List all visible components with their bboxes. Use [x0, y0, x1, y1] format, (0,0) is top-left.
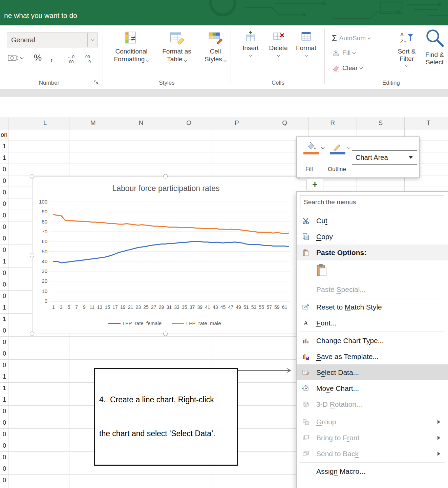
grid-cell[interactable] [21, 164, 69, 175]
autosum-button[interactable]: Σ AutoSum [332, 34, 370, 43]
fill-button[interactable]: Fill [332, 49, 355, 57]
selection-handle[interactable] [30, 174, 34, 178]
grid-cell[interactable]: 0 [0, 268, 8, 279]
grid-cell[interactable]: 1 [0, 383, 8, 394]
grid-cell[interactable] [8, 383, 21, 394]
grid-cell[interactable] [69, 348, 118, 359]
grid-cell[interactable] [21, 141, 69, 152]
menu-item-reset-to-match-style[interactable]: Reset to Match Style [297, 299, 448, 315]
menu-item-copy[interactable]: Copy [297, 229, 448, 245]
grid-cell[interactable] [8, 210, 21, 221]
grid-cell[interactable]: 1 [0, 371, 8, 382]
selection-handle[interactable] [30, 253, 34, 257]
grid-cell[interactable] [8, 452, 21, 463]
menu-item-move-chart[interactable]: Move Chart... [297, 380, 448, 396]
grid-cell[interactable] [117, 348, 165, 359]
grid-cell[interactable] [21, 440, 69, 451]
grid-cell[interactable] [117, 152, 165, 164]
grid-cell[interactable] [213, 141, 261, 152]
grid-cell[interactable] [8, 152, 21, 164]
format-cells-button[interactable]: Format [294, 30, 318, 56]
menu-item-cut[interactable]: Cut [297, 213, 448, 229]
column-header[interactable]: L [21, 117, 69, 129]
column-header[interactable]: S [357, 117, 405, 129]
accounting-format-button[interactable] [7, 53, 23, 63]
grid-cell[interactable]: 0 [0, 325, 8, 336]
menu-item-bring-to-front[interactable]: Bring to Front [297, 430, 448, 446]
conditional-formatting-button[interactable]: ≠ Conditional Formatting [108, 30, 155, 63]
menu-item-3-d-rotation[interactable]: 3-D Rotation... [297, 396, 448, 412]
number-format-combo[interactable]: General [7, 33, 98, 47]
delete-cells-button[interactable]: Delete [267, 30, 290, 56]
grid-cell[interactable] [21, 452, 69, 463]
grid-cell[interactable] [21, 129, 69, 141]
grid-cell[interactable] [165, 348, 213, 359]
grid-cell[interactable] [8, 245, 21, 256]
grid-cell[interactable] [8, 440, 21, 451]
paste-option-button[interactable] [297, 260, 448, 281]
chart-container[interactable]: Labour force participation rates01020304… [32, 176, 299, 334]
grid-cell[interactable] [69, 152, 118, 164]
number-dialog-launcher[interactable] [93, 80, 99, 85]
grid-cell[interactable] [8, 314, 21, 325]
grid-cell[interactable] [8, 198, 21, 210]
grid-cell[interactable] [8, 360, 21, 371]
column-header[interactable]: Q [261, 117, 309, 129]
grid-cell[interactable] [8, 348, 21, 359]
grid-cell[interactable] [8, 417, 21, 428]
grid-cell[interactable] [8, 164, 21, 175]
grid-cell[interactable] [8, 233, 21, 244]
column-header-partial[interactable] [0, 117, 8, 129]
grid-cell[interactable]: 0 [0, 198, 8, 210]
grid-cell[interactable] [69, 475, 118, 486]
grid-cell[interactable] [213, 348, 261, 359]
column-header[interactable]: O [165, 117, 213, 129]
menu-item-paste-options[interactable]: Paste Options: [297, 245, 448, 260]
grid-cell[interactable] [21, 152, 69, 164]
column-header[interactable]: M [69, 117, 118, 129]
grid-cell[interactable] [8, 268, 21, 279]
grid-cell[interactable]: 0 [0, 337, 8, 348]
grid-cell[interactable]: 1 [0, 314, 8, 325]
column-header-partial[interactable] [8, 117, 21, 129]
grid-cell[interactable] [8, 302, 21, 313]
grid-cell[interactable]: 0 [0, 279, 8, 290]
grid-cell[interactable]: 0 [0, 417, 8, 428]
decrease-decimal-button[interactable]: .00 →.0 [83, 55, 91, 65]
number-format-dropdown-button[interactable] [87, 33, 97, 47]
grid-cell[interactable] [21, 417, 69, 428]
grid-cell[interactable] [21, 360, 69, 371]
grid-cell[interactable] [8, 256, 21, 267]
grid-cell[interactable] [165, 475, 213, 486]
percent-style-button[interactable]: % [34, 52, 42, 63]
grid-cell[interactable] [213, 129, 261, 141]
selection-handle[interactable] [163, 332, 168, 336]
chevron-down-icon[interactable] [321, 146, 325, 149]
grid-cell[interactable] [21, 383, 69, 394]
menu-item-select-data[interactable]: Select Data... [297, 364, 448, 380]
grid-cell[interactable]: 0 [0, 164, 8, 175]
grid-cell[interactable] [21, 475, 69, 486]
grid-cell[interactable] [21, 371, 69, 382]
grid-cell[interactable] [8, 141, 21, 152]
grid-cell[interactable]: 1 [0, 302, 8, 313]
grid-cell[interactable] [21, 337, 69, 348]
grid-cell[interactable]: 0 [0, 210, 8, 221]
grid-cell[interactable] [8, 486, 21, 488]
grid-cell[interactable] [8, 371, 21, 382]
grid-cell[interactable] [8, 463, 21, 474]
grid-cell[interactable]: 1 [0, 394, 8, 405]
grid-cell[interactable] [117, 164, 165, 175]
grid-cell[interactable]: 0 [0, 475, 8, 486]
grid-cell[interactable] [117, 486, 165, 488]
grid-cell[interactable] [69, 129, 118, 141]
increase-decimal-button[interactable]: ←.0 .00 [67, 55, 74, 65]
grid-cell[interactable]: 0 [0, 245, 8, 256]
grid-cell[interactable]: 1 [0, 141, 8, 152]
grid-cell[interactable] [8, 187, 21, 198]
grid-cell[interactable] [165, 129, 213, 141]
grid-cell[interactable] [117, 141, 165, 152]
menu-search-input[interactable] [300, 195, 444, 209]
grid-cell[interactable] [21, 406, 69, 417]
grid-cell[interactable] [8, 221, 21, 233]
